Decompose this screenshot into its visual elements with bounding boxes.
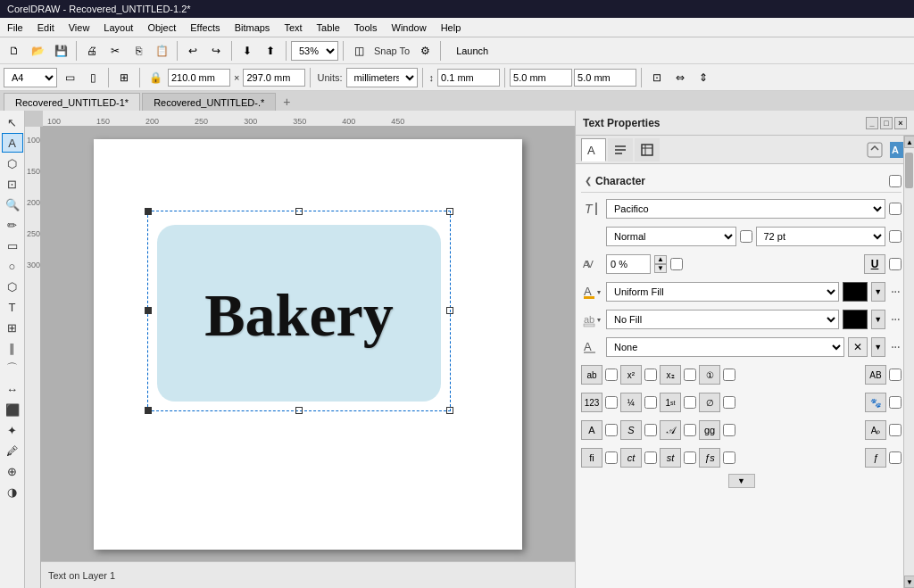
panel-tab-para[interactable] xyxy=(608,138,633,161)
typo-ordinal-cb[interactable] xyxy=(723,369,735,381)
handle-mid-right[interactable] xyxy=(446,307,453,314)
handle-bot-mid[interactable] xyxy=(295,407,303,414)
typo-regular-cb[interactable] xyxy=(605,369,618,381)
launch-btn[interactable]: Launch xyxy=(445,41,499,61)
font-checkbox[interactable] xyxy=(889,203,902,215)
typo-superscript-btn[interactable]: x² xyxy=(620,365,642,385)
menu-view[interactable]: View xyxy=(62,21,97,35)
width-input[interactable] xyxy=(168,69,230,87)
menu-effects[interactable]: Effects xyxy=(183,21,227,35)
typo-subscript-cb[interactable] xyxy=(684,369,696,381)
snap-to-btn[interactable]: ◫ xyxy=(348,41,370,61)
page-settings-btn[interactable]: ⊞ xyxy=(113,68,135,87)
color-tool[interactable]: ✦ xyxy=(2,420,23,440)
style-select[interactable]: Normal xyxy=(606,227,736,246)
nudge-input[interactable] xyxy=(437,69,500,87)
typo-f-btn[interactable]: ƒ xyxy=(865,448,886,468)
handle-top-left[interactable] xyxy=(145,208,152,215)
freehand-tool[interactable]: ✏ xyxy=(2,215,23,235)
fill-type-select[interactable]: Uniform Fill xyxy=(606,282,839,302)
typo-fs-cb[interactable] xyxy=(723,451,735,464)
blend-tool[interactable]: ⊕ xyxy=(2,461,23,481)
portrait-btn[interactable]: ▭ xyxy=(59,68,80,87)
typo-titling-cb[interactable] xyxy=(605,424,618,436)
style-checkbox[interactable] xyxy=(740,230,752,243)
typo-ligature-btn[interactable]: gg xyxy=(699,420,720,440)
import-button[interactable]: ⬇ xyxy=(237,41,258,61)
menu-edit[interactable]: Edit xyxy=(30,21,62,35)
underline-btn[interactable]: U xyxy=(864,254,885,274)
menu-table[interactable]: Table xyxy=(310,21,347,35)
menu-file[interactable]: File xyxy=(0,21,30,35)
kerning-up[interactable]: ▲ xyxy=(654,255,667,264)
typo-st-cb[interactable] xyxy=(684,451,696,464)
typo-historical-cb[interactable] xyxy=(889,424,902,436)
print-button[interactable]: 🖨 xyxy=(81,41,103,61)
menu-tools[interactable]: Tools xyxy=(347,21,385,35)
typo-fi-cb[interactable] xyxy=(605,451,618,464)
parallel-tool[interactable]: ∥ xyxy=(2,338,23,358)
typo-ligature-cb[interactable] xyxy=(723,424,735,436)
kerning-input[interactable] xyxy=(606,254,651,274)
panel-tab-char[interactable]: A xyxy=(581,138,606,161)
select-tool[interactable]: ↖ xyxy=(2,112,23,132)
save-button[interactable]: 💾 xyxy=(50,41,71,61)
size2-input[interactable] xyxy=(574,69,636,87)
typo-f-cb[interactable] xyxy=(889,451,902,464)
rect-tool[interactable]: ▭ xyxy=(2,236,23,255)
handle-bot-right[interactable] xyxy=(446,407,453,414)
size-lock-btn[interactable]: 🔒 xyxy=(145,68,166,87)
typo-superscript-cb[interactable] xyxy=(644,369,657,381)
baseline-clear-btn[interactable]: ✕ xyxy=(848,337,868,357)
typo-frac-cb[interactable] xyxy=(644,396,657,409)
scroll-down-btn[interactable]: ▼ xyxy=(904,576,914,588)
expand-more-btn[interactable]: ▼ xyxy=(728,474,755,488)
typo-swash2-cb[interactable] xyxy=(684,424,696,436)
typo-historical-btn[interactable]: Aₚ xyxy=(865,420,886,440)
units-select[interactable]: millimeters xyxy=(346,68,418,87)
size-checkbox[interactable] xyxy=(889,230,902,243)
fill-tool[interactable]: ⬛ xyxy=(2,400,23,419)
table-tool[interactable]: ⊞ xyxy=(2,318,23,337)
bakery-text[interactable]: Bakery xyxy=(144,225,454,406)
baseline-arrow[interactable]: ▼ xyxy=(871,337,885,357)
typo-lining-btn[interactable]: 123 xyxy=(581,393,602,412)
typo-subscript-btn[interactable]: x₂ xyxy=(660,365,681,385)
canvas-area[interactable]: 100 150 200 250 300 350 400 450 100 150 … xyxy=(25,111,575,588)
character-section-checkbox[interactable] xyxy=(889,175,902,187)
typo-stylistic-btn[interactable]: S xyxy=(620,420,642,440)
shadow-tool[interactable]: ◑ xyxy=(2,482,23,501)
panel-close-btn[interactable]: × xyxy=(894,117,907,129)
outline-color-arrow[interactable]: ▼ xyxy=(871,310,885,329)
zoom-select[interactable]: 53% xyxy=(291,41,338,61)
character-collapse-btn[interactable]: ❮ xyxy=(581,174,595,188)
typo-slashed-cb[interactable] xyxy=(723,396,735,409)
tab-2[interactable]: Recovered_UNTITLED-.* xyxy=(142,93,276,111)
typo-lining-cb[interactable] xyxy=(605,396,618,409)
shape-tool[interactable]: ⬡ xyxy=(2,153,23,173)
connector-tool[interactable]: ⌒ xyxy=(2,359,23,378)
typo-ct-cb[interactable] xyxy=(644,451,657,464)
typo-ordinal2-cb[interactable] xyxy=(684,396,696,409)
menu-window[interactable]: Window xyxy=(385,21,434,35)
menu-object[interactable]: Object xyxy=(140,21,183,35)
typo-st-btn[interactable]: st xyxy=(660,448,681,468)
settings-btn[interactable]: ⚙ xyxy=(414,41,436,61)
underline-checkbox[interactable] xyxy=(889,258,902,270)
mirror-h-btn[interactable]: ⇔ xyxy=(669,68,691,87)
typo-regular-btn[interactable]: ab xyxy=(581,365,602,385)
typo-stylistic-cb[interactable] xyxy=(644,424,657,436)
polygon-tool[interactable]: ⬡ xyxy=(2,277,23,296)
handle-mid-left[interactable] xyxy=(145,307,152,314)
panel-restore-btn[interactable]: □ xyxy=(880,117,893,129)
scroll-track[interactable] xyxy=(904,148,914,576)
handle-top-mid[interactable] xyxy=(295,208,303,215)
kerning-down[interactable]: ▼ xyxy=(654,264,667,273)
crop-tool[interactable]: ⊡ xyxy=(2,174,23,194)
measure-tool[interactable]: ↔ xyxy=(2,379,23,399)
dropper-tool[interactable]: 🖉 xyxy=(2,441,23,460)
height-input[interactable] xyxy=(243,69,305,87)
fill-color-swatch[interactable] xyxy=(843,282,868,302)
baseline-more-btn[interactable]: ··· xyxy=(889,339,902,355)
fill-more-btn[interactable]: ··· xyxy=(889,284,902,300)
